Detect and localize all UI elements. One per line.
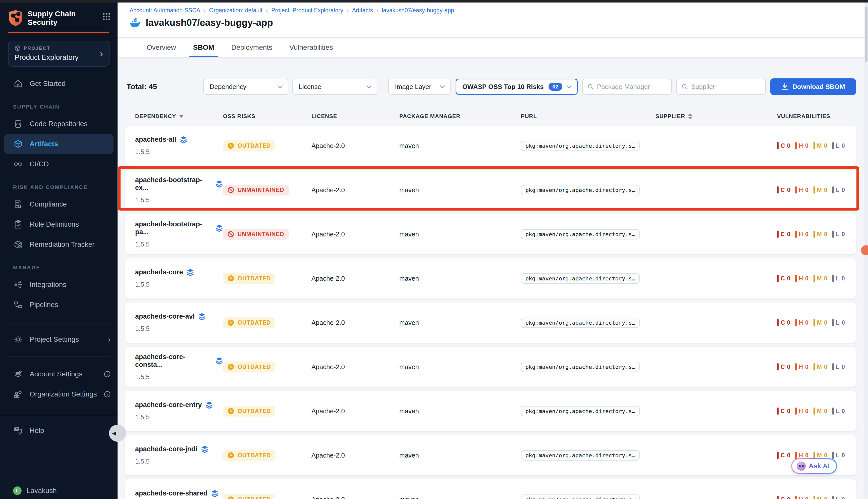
- table-row[interactable]: apacheds-core-entry 1.5.5: [125, 391, 856, 431]
- layers-icon[interactable]: [215, 224, 223, 232]
- image-layer-filter-select[interactable]: Image Layer: [388, 78, 450, 95]
- vuln-critical: C0: [777, 231, 790, 238]
- layers-icon[interactable]: [198, 313, 206, 320]
- column-dependency[interactable]: DEPENDENCY: [135, 113, 223, 120]
- prohibited-icon: [227, 231, 234, 238]
- sidebar-item-remediation-tracker[interactable]: Remediation Tracker: [0, 234, 117, 255]
- vulnerabilities-cell: C0 H0 M0 L0: [777, 319, 846, 326]
- sidebar-item-pipelines[interactable]: Pipelines: [0, 295, 117, 315]
- license-cell: Apache-2.0: [311, 142, 399, 150]
- purl-chip[interactable]: pkg:maven/org.apache.directory.s…: [521, 450, 640, 461]
- clipboard-check-icon: [13, 220, 23, 229]
- column-package-manager: PACKAGE MANAGER: [399, 113, 521, 120]
- chevron-right-icon: ›: [204, 7, 206, 14]
- tab-overview[interactable]: Overview: [146, 38, 177, 57]
- breadcrumb-account[interactable]: Account: Automation-SSCA: [129, 7, 200, 14]
- layers-icon[interactable]: [187, 269, 194, 276]
- table-row[interactable]: apacheds-bootstrap-ex... 1.5.5: [125, 170, 856, 210]
- module-grid-icon[interactable]: [102, 13, 111, 21]
- sidebar-item-artifacts[interactable]: Artifacts: [4, 134, 113, 154]
- package-manager-cell: maven: [399, 451, 521, 459]
- sidebar-item-compliance[interactable]: Compliance: [0, 194, 117, 214]
- tab-deployments[interactable]: Deployments: [230, 38, 273, 57]
- sidebar-item-get-started[interactable]: Get Started: [0, 74, 117, 94]
- purl-chip[interactable]: pkg:maven/org.apache.directory.s…: [521, 318, 640, 328]
- supply-chain-security-logo-icon: [8, 10, 23, 27]
- sidebar-item-code-repositories[interactable]: Code Repositories: [0, 114, 117, 134]
- purl-chip[interactable]: pkg:maven/org.apache.directory.s…: [521, 406, 640, 416]
- purl-chip[interactable]: pkg:maven/org.apache.directory.s…: [521, 229, 640, 240]
- breadcrumb-artifacts[interactable]: Artifacts: [352, 7, 373, 14]
- infinity-icon: [13, 161, 23, 167]
- license-cell: Apache-2.0: [311, 319, 399, 327]
- dependency-filter-select[interactable]: Dependency: [203, 78, 288, 95]
- breadcrumb-artifact-name[interactable]: lavakush07/easy-buggy-app: [382, 7, 454, 14]
- scrollbar-thumb[interactable]: [865, 7, 868, 62]
- dependency-name[interactable]: apacheds-core-shared: [135, 489, 208, 497]
- license-filter-select[interactable]: License: [292, 78, 377, 95]
- dependency-name[interactable]: apacheds-core: [135, 268, 183, 276]
- dependency-name[interactable]: apacheds-bootstrap-pa...: [135, 220, 212, 236]
- sidebar-item-account-settings[interactable]: Account Settings: [0, 364, 117, 384]
- dependency-name[interactable]: apacheds-core-consta...: [135, 353, 212, 369]
- layers-icon[interactable]: [215, 180, 223, 188]
- oss-risk-cell: UNMAINTAINED: [223, 185, 311, 195]
- layers-icon[interactable]: [180, 136, 187, 144]
- dependency-version: 1.5.5: [135, 241, 223, 248]
- sidebar-item-integrations[interactable]: Integrations: [0, 275, 117, 295]
- table-row[interactable]: apacheds-core-shared 1.5.5: [125, 479, 856, 499]
- purl-chip[interactable]: pkg:maven/org.apache.directory.s…: [521, 141, 640, 151]
- table-row[interactable]: apacheds-core-jndi 1.5.5: [125, 435, 856, 475]
- owasp-risks-filter-select[interactable]: OWASP OSS Top 10 Risks 02: [456, 78, 578, 95]
- sidebar-item-project-settings[interactable]: Project Settings ›: [0, 329, 117, 350]
- layers-icon[interactable]: [206, 401, 213, 409]
- layers-icon[interactable]: [215, 357, 223, 365]
- sidebar-item-help[interactable]: ? Help: [0, 424, 117, 438]
- package-manager-search[interactable]: [582, 78, 672, 95]
- dependency-name[interactable]: apacheds-bootstrap-ex...: [135, 176, 212, 192]
- breadcrumb-project[interactable]: Project: Product Exploratory: [271, 7, 343, 14]
- supplier-input[interactable]: [691, 83, 760, 91]
- layers-icon[interactable]: [211, 490, 219, 497]
- download-sbom-button[interactable]: Download SBOM: [770, 78, 856, 95]
- risk-badge: OUTDATED: [223, 317, 275, 328]
- page-title: lavakush07/easy-buggy-app: [146, 17, 273, 28]
- user-menu[interactable]: L Lavakush: [0, 486, 117, 495]
- org-chart-gear-icon: [13, 390, 23, 399]
- purl-chip[interactable]: pkg:maven/org.apache.directory.s…: [521, 273, 640, 284]
- supplier-search[interactable]: [677, 78, 766, 95]
- purl-chip[interactable]: pkg:maven/org.apache.directory.s…: [521, 495, 640, 499]
- table-row[interactable]: apacheds-core 1.5.5: [125, 258, 856, 299]
- ask-ai-button[interactable]: Ask AI: [791, 458, 837, 474]
- breadcrumb-organization[interactable]: Organization: default: [209, 7, 262, 14]
- purl-chip[interactable]: pkg:maven/org.apache.directory.s…: [521, 185, 640, 195]
- sidebar-item-cicd[interactable]: CI/CD: [0, 154, 117, 174]
- risk-label: OUTDATED: [238, 143, 271, 149]
- table-row[interactable]: apacheds-all 1.5.5: [125, 126, 856, 166]
- dependency-name[interactable]: apacheds-all: [135, 136, 176, 144]
- sidebar-item-organization-settings[interactable]: Organization Settings: [0, 384, 117, 404]
- table-row[interactable]: apacheds-bootstrap-pa... 1.5.5: [125, 214, 856, 254]
- dependency-name[interactable]: apacheds-core-jndi: [135, 445, 197, 453]
- sort-desc-icon: [179, 115, 184, 118]
- license-cell: Apache-2.0: [311, 186, 399, 194]
- package-manager-input[interactable]: [597, 83, 666, 91]
- purl-cell: pkg:maven/org.apache.directory.s…: [521, 362, 656, 372]
- dependency-name[interactable]: apacheds-core-avl: [135, 313, 195, 320]
- tab-sbom[interactable]: SBOM: [192, 38, 215, 57]
- layers-icon[interactable]: [201, 446, 209, 453]
- sidebar-item-rule-definitions[interactable]: Rule Definitions: [0, 214, 117, 234]
- column-supplier[interactable]: SUPPLIER: [656, 113, 777, 120]
- home-icon: [13, 80, 23, 88]
- project-selector[interactable]: PROJECT Product Exploratory ›: [8, 41, 110, 66]
- sbom-content: Total: 45 Dependency License Image Layer…: [117, 57, 868, 499]
- chevron-down-icon: [277, 85, 283, 88]
- table-row[interactable]: apacheds-core-avl 1.5.5: [125, 303, 856, 343]
- sidebar-collapse-handle[interactable]: ◀: [109, 425, 126, 442]
- tab-vulnerabilities[interactable]: Vulnerabilities: [288, 38, 334, 57]
- dependency-name[interactable]: apacheds-core-entry: [135, 401, 202, 409]
- table-row[interactable]: apacheds-core-consta... 1.5.5: [125, 347, 856, 387]
- vuln-high: H0: [795, 452, 808, 459]
- dependency-cell: apacheds-core 1.5.5: [135, 258, 223, 299]
- purl-chip[interactable]: pkg:maven/org.apache.directory.s…: [521, 362, 640, 372]
